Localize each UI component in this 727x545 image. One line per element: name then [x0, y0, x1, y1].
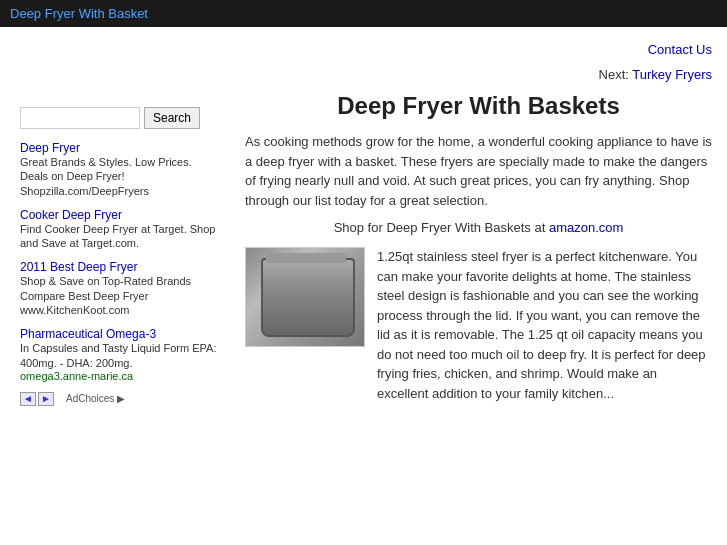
ad-item-2: Cooker Deep Fryer Find Cooker Deep Fryer…	[20, 208, 220, 251]
ad-link-2[interactable]: Cooker Deep Fryer	[20, 208, 122, 222]
ad-prev-arrow[interactable]: ◄	[20, 392, 36, 406]
ad-block: Deep Fryer Great Brands & Styles. Low Pr…	[20, 141, 220, 406]
next-turkey-fryers-link[interactable]: Turkey Fryers	[632, 67, 712, 82]
ad-url-4: omega3.anne-marie.ca	[20, 370, 220, 382]
header-title-link[interactable]: Deep Fryer With Basket	[10, 6, 148, 21]
amazon-line: Shop for Deep Fryer With Baskets at amaz…	[245, 220, 712, 235]
ad-navigation: ◄ ► AdChoices ▶	[20, 392, 220, 406]
ad-desc-2: Find Cooker Deep Fryer at Target. Shop a…	[20, 222, 220, 251]
search-area: Search	[20, 107, 220, 129]
page-title: Deep Fryer With Baskets	[245, 92, 712, 120]
product-image	[245, 247, 365, 347]
amazon-text: Shop for Deep Fryer With Baskets at	[334, 220, 546, 235]
ad-desc-4: In Capsules and Tasty Liquid Form EPA: 4…	[20, 341, 220, 370]
search-input[interactable]	[20, 107, 140, 129]
ad-title-4: Pharmaceutical Omega-3	[20, 327, 220, 341]
ad-item-3: 2011 Best Deep Fryer Shop & Save on Top-…	[20, 260, 220, 317]
left-sidebar: Search Deep Fryer Great Brands & Styles.…	[0, 37, 230, 416]
main-container: Search Deep Fryer Great Brands & Styles.…	[0, 27, 727, 426]
ad-title-3: 2011 Best Deep Fryer	[20, 260, 220, 274]
ad-item-4: Pharmaceutical Omega-3 In Capsules and T…	[20, 327, 220, 382]
ad-link-1[interactable]: Deep Fryer	[20, 141, 80, 155]
right-content: Contact Us Next: Turkey Fryers Deep Frye…	[230, 37, 727, 416]
ad-title-2: Cooker Deep Fryer	[20, 208, 220, 222]
ad-link-3[interactable]: 2011 Best Deep Fryer	[20, 260, 137, 274]
ad-link-4[interactable]: Pharmaceutical Omega-3	[20, 327, 156, 341]
next-label: Next:	[599, 67, 629, 82]
adchoices-icon: ▶	[117, 393, 125, 404]
product-description: 1.25qt stainless steel fryer is a perfec…	[377, 247, 712, 403]
ad-title-1: Deep Fryer	[20, 141, 220, 155]
adchoices-label: AdChoices ▶	[66, 393, 125, 404]
ad-item-1: Deep Fryer Great Brands & Styles. Low Pr…	[20, 141, 220, 198]
intro-paragraph: As cooking methods grow for the home, a …	[245, 132, 712, 210]
next-line: Next: Turkey Fryers	[599, 67, 712, 82]
search-button[interactable]: Search	[144, 107, 200, 129]
ad-next-arrow[interactable]: ►	[38, 392, 54, 406]
right-top-links: Contact Us Next: Turkey Fryers	[245, 37, 712, 82]
contact-us-link[interactable]: Contact Us	[648, 42, 712, 57]
ad-desc-1: Great Brands & Styles. Low Prices. Deals…	[20, 155, 220, 198]
amazon-link[interactable]: amazon.com	[549, 220, 623, 235]
product-section: 1.25qt stainless steel fryer is a perfec…	[245, 247, 712, 403]
ad-desc-3: Shop & Save on Top-Rated Brands Compare …	[20, 274, 220, 317]
header: Deep Fryer With Basket	[0, 0, 727, 27]
